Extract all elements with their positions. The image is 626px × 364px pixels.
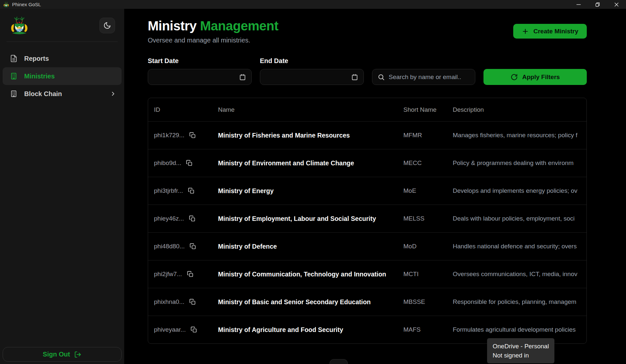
search-field[interactable] — [372, 69, 475, 85]
copy-id-button[interactable] — [187, 271, 194, 277]
cell-id: phi2jfw7... — [154, 271, 218, 278]
sidebar-item-reports[interactable]: Reports — [3, 50, 122, 67]
ministry-id: phibo9d... — [154, 159, 181, 167]
ministry-name: Ministry of Defence — [218, 243, 403, 250]
create-ministry-button[interactable]: Create Ministry — [513, 24, 587, 39]
cell-id: phixhna0... — [154, 298, 218, 306]
search-input[interactable] — [389, 74, 470, 81]
plus-icon — [522, 28, 529, 35]
copy-icon — [189, 215, 195, 222]
moon-icon — [103, 22, 111, 29]
copy-id-button[interactable] — [189, 299, 196, 305]
start-date-field[interactable] — [148, 69, 252, 85]
minimize-button[interactable] — [569, 0, 588, 9]
copy-id-button[interactable] — [188, 188, 195, 194]
close-button[interactable] — [607, 0, 626, 9]
document-icon — [10, 55, 18, 62]
copy-id-button[interactable] — [190, 243, 196, 250]
theme-toggle-button[interactable] — [99, 18, 115, 33]
ministry-description: Formulates agricultural development poli… — [453, 326, 586, 333]
start-date-input[interactable] — [153, 74, 235, 81]
onedrive-tooltip-title: OneDrive - Personal — [493, 342, 549, 351]
table-row[interactable]: phixhna0... Ministry of Basic and Senior… — [148, 288, 586, 316]
table-row[interactable]: phibo9d... Ministry of Environment and C… — [148, 149, 586, 177]
ministry-id: phi48d80... — [154, 243, 185, 250]
window-titlebar: Phinex GoSL — [0, 0, 626, 9]
onedrive-tooltip: OneDrive - Personal Not signed in — [487, 338, 554, 363]
ministry-short-name: MECC — [403, 159, 453, 167]
copy-id-button[interactable] — [189, 132, 196, 139]
building-icon — [10, 90, 18, 98]
calendar-icon[interactable] — [239, 74, 246, 81]
end-date-group: End Date — [260, 57, 364, 85]
ministry-short-name: MoD — [403, 243, 453, 250]
column-header-id: ID — [154, 106, 218, 113]
ministry-id: phiveyaar... — [154, 326, 186, 333]
ministry-short-name: MELSS — [403, 215, 453, 222]
table-row[interactable]: phi3tjrbfr... Ministry of Energy MoE Dev… — [148, 177, 586, 205]
restore-button[interactable] — [588, 0, 607, 9]
end-date-field[interactable] — [260, 69, 364, 85]
ministry-name: Ministry of Employment, Labour and Socia… — [218, 215, 403, 223]
sidebar-nav: Reports Ministries Block Chain — [3, 50, 122, 103]
table-row[interactable]: phi2jfw7... Ministry of Communication, T… — [148, 260, 586, 288]
sidebar-item-label: Reports — [24, 55, 49, 62]
page-title-accent: Management — [200, 19, 279, 33]
window-controls — [569, 0, 626, 9]
create-ministry-label: Create Ministry — [533, 28, 578, 35]
ministry-description: Develops and implements energy policies;… — [453, 187, 586, 194]
ministry-description: Policy & programmes dealing with environ… — [453, 159, 586, 167]
copy-icon — [187, 271, 194, 277]
start-date-group: Start Date — [148, 57, 252, 85]
cell-id: phi1k729... — [154, 132, 218, 139]
copy-icon — [188, 188, 195, 194]
ministry-name: Ministry of Fisheries and Marine Resourc… — [218, 132, 403, 139]
sidebar-item-label: Ministries — [24, 73, 55, 80]
sidebar-divider — [7, 41, 118, 42]
end-date-label: End Date — [260, 57, 364, 65]
page-title-block: Ministry Management Oversee and manage a… — [148, 19, 278, 44]
column-header-description: Description — [453, 106, 586, 113]
copy-icon — [191, 326, 197, 333]
apply-filters-button[interactable]: Apply Filters — [483, 69, 587, 85]
page-subtitle: Oversee and manage all ministries. — [148, 37, 278, 44]
ministry-description: Manages fisheries, marine resources; pol… — [453, 132, 586, 139]
end-date-input[interactable] — [265, 74, 347, 81]
page-title: Ministry Management — [148, 19, 278, 33]
ministry-description: Deals with labour policies, employment, … — [453, 215, 586, 222]
coat-of-arms-logo — [10, 15, 29, 36]
sidebar-item-blockchain[interactable]: Block Chain — [3, 85, 122, 103]
ministry-description: Handles national defence and security; o… — [453, 243, 586, 250]
copy-id-button[interactable] — [191, 326, 197, 333]
sign-out-button[interactable]: Sign Out — [3, 347, 122, 362]
pagination-button-partial[interactable] — [330, 359, 348, 364]
ministry-short-name: MAFS — [403, 326, 453, 333]
sidebar: Reports Ministries Block Chain Sign Out — [0, 9, 124, 364]
table-row[interactable]: phi1k729... Ministry of Fisheries and Ma… — [148, 121, 586, 149]
ministry-short-name: MoE — [403, 187, 453, 194]
ministry-name: Ministry of Environment and Climate Chan… — [218, 159, 403, 167]
copy-icon — [189, 132, 196, 139]
logout-icon — [74, 351, 81, 358]
apply-filters-label: Apply Filters — [522, 74, 560, 81]
window-title: Phinex GoSL — [12, 2, 41, 7]
ministry-short-name: MBSSE — [403, 298, 453, 306]
cell-id: phibo9d... — [154, 159, 218, 167]
ministry-short-name: MFMR — [403, 132, 453, 139]
copy-id-button[interactable] — [186, 160, 193, 166]
column-header-short-name: Short Name — [403, 106, 453, 113]
sidebar-header — [3, 9, 122, 41]
table-header-row: ID Name Short Name Description — [148, 98, 586, 121]
cell-id: phi48d80... — [154, 243, 218, 250]
calendar-icon[interactable] — [351, 74, 358, 81]
titlebar-app-identity: Phinex GoSL — [3, 1, 41, 8]
filters-bar: Start Date End Date — [148, 57, 587, 85]
ministry-id: phi2jfw7... — [154, 271, 182, 278]
cell-id: phiveyaar... — [154, 326, 218, 333]
ministry-name: Ministry of Communication, Technology an… — [218, 271, 403, 278]
sidebar-item-ministries[interactable]: Ministries — [3, 67, 122, 85]
table-row[interactable]: phiey46z... Ministry of Employment, Labo… — [148, 205, 586, 232]
table-row[interactable]: phi48d80... Ministry of Defence MoD Hand… — [148, 232, 586, 260]
ministry-name: Ministry of Agriculture and Food Securit… — [218, 326, 403, 334]
copy-id-button[interactable] — [189, 215, 195, 222]
